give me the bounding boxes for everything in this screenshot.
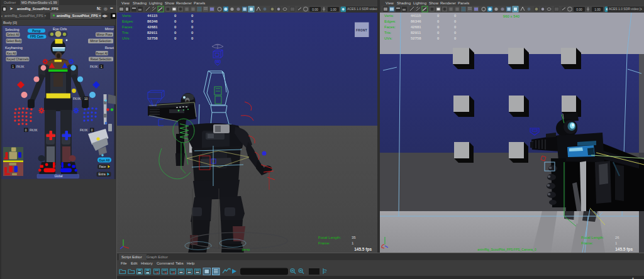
- svg-text:86346: 86346: [147, 19, 158, 23]
- svg-text:1.00: 1.00: [594, 8, 601, 11]
- svg-text:Selecting: Selecting: [5, 28, 19, 31]
- svg-text:Frame:: Frame:: [318, 241, 330, 245]
- svg-text:Select Body: Select Body: [6, 40, 22, 43]
- svg-text:Mirror: Mirror: [105, 27, 114, 31]
- svg-text:Verts:: Verts:: [384, 14, 394, 18]
- svg-text:82911: 82911: [147, 31, 158, 35]
- svg-text:Faces:: Faces:: [122, 25, 133, 29]
- svg-text:FRONT: FRONT: [356, 29, 367, 32]
- svg-text:FK/IK: FK/IK: [80, 128, 88, 132]
- svg-text:Extra: Extra: [98, 173, 106, 176]
- svg-text:Eye Ctrls: Eye Ctrls: [53, 27, 67, 31]
- svg-text:52758: 52758: [147, 36, 158, 40]
- svg-text:UVs:: UVs:: [384, 36, 392, 40]
- svg-text:UVs:: UVs:: [122, 36, 130, 40]
- svg-text:FK/IK: FK/IK: [16, 65, 25, 68]
- svg-text:Select All: Select All: [7, 33, 19, 36]
- svg-text:960 x 540: 960 x 540: [503, 14, 520, 18]
- svg-text:Verts:: Verts:: [122, 14, 132, 18]
- svg-text:Tris:: Tris:: [122, 31, 130, 35]
- svg-text:Keyframing: Keyframing: [5, 46, 23, 50]
- svg-text:145.5 fps: 145.5 fps: [615, 247, 633, 252]
- svg-text:Reset: Reset: [105, 46, 114, 50]
- svg-text:10: 10: [84, 97, 88, 101]
- svg-text:145.5 fps: 145.5 fps: [354, 247, 372, 252]
- svg-text:Mirror Pose: Mirror Pose: [97, 33, 113, 36]
- svg-text:FPS Cam: FPS Cam: [30, 35, 43, 38]
- svg-text:44115: 44115: [411, 14, 421, 18]
- svg-text:animRig_ScoutPilot_FPS:FPS_Cam: animRig_ScoutPilot_FPS:FPS_Camera_0: [477, 248, 536, 251]
- svg-text:1: 1: [12, 65, 14, 68]
- svg-text:86346: 86346: [411, 19, 421, 23]
- svg-text:persp: persp: [242, 248, 250, 251]
- svg-text:42681: 42681: [411, 25, 421, 29]
- svg-text:42681: 42681: [147, 25, 158, 29]
- svg-text:Reset Selection: Reset Selection: [91, 58, 112, 61]
- svg-text:0: 0: [25, 129, 27, 132]
- svg-text:Edges:: Edges:: [122, 19, 134, 23]
- svg-text:Tris:: Tris:: [384, 31, 392, 35]
- svg-text:Mirror Selection: Mirror Selection: [90, 40, 111, 43]
- svg-text:Key All: Key All: [7, 52, 16, 55]
- svg-text:44115: 44115: [147, 14, 158, 18]
- svg-text:0: 0: [91, 129, 93, 132]
- svg-text:0.00: 0.00: [576, 8, 582, 11]
- svg-text:Focal Length:: Focal Length:: [318, 236, 341, 239]
- svg-text:1: 1: [101, 65, 103, 68]
- svg-text:52758: 52758: [411, 36, 421, 40]
- svg-text:Edges:: Edges:: [384, 19, 396, 23]
- svg-text:35: 35: [352, 236, 356, 239]
- svg-text:0.00: 0.00: [312, 8, 318, 11]
- svg-text:Keyed Channels: Keyed Channels: [6, 58, 29, 61]
- svg-text:Faces:: Faces:: [384, 25, 396, 29]
- svg-text:26: 26: [615, 236, 619, 239]
- svg-text:FK/IK: FK/IK: [73, 97, 81, 101]
- svg-text:Global: Global: [54, 175, 62, 178]
- svg-text:FK/IK: FK/IK: [90, 65, 98, 68]
- svg-text:82911: 82911: [411, 31, 421, 35]
- svg-text:Frame:: Frame:: [581, 241, 593, 245]
- svg-text:FK/IK: FK/IK: [30, 128, 38, 132]
- svg-text:Persp: Persp: [32, 30, 40, 33]
- svg-text:Gun All: Gun All: [99, 159, 110, 162]
- svg-text:1.00: 1.00: [330, 8, 336, 11]
- svg-text:Focal Length:: Focal Length:: [581, 236, 604, 239]
- svg-text:Face: Face: [99, 165, 106, 168]
- svg-text:Reset All: Reset All: [96, 52, 108, 55]
